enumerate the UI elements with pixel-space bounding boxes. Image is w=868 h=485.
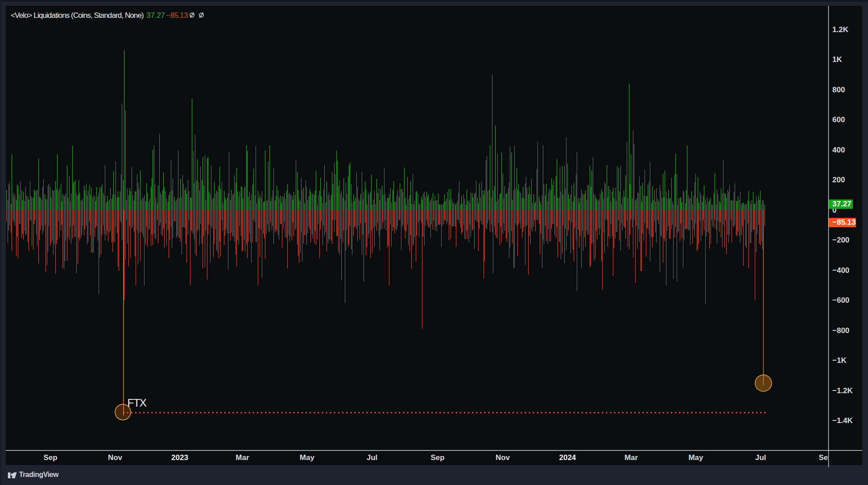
svg-text:200: 200: [832, 176, 845, 184]
svg-text:800: 800: [832, 86, 845, 94]
svg-text:−85.13: −85.13: [166, 11, 188, 19]
svg-text:2023: 2023: [171, 453, 188, 462]
svg-text:<Velo> Liquidations (Coins, St: <Velo> Liquidations (Coins, Standard, No…: [11, 11, 144, 20]
svg-text:May: May: [688, 453, 703, 462]
svg-text:Jul: Jul: [367, 453, 378, 462]
svg-text:TradingView: TradingView: [19, 471, 59, 478]
svg-text:2024: 2024: [559, 453, 576, 462]
svg-text:Nov: Nov: [496, 453, 510, 462]
svg-text:Mar: Mar: [624, 453, 638, 462]
svg-text:−1.4K: −1.4K: [832, 416, 853, 425]
svg-text:Nov: Nov: [108, 453, 123, 462]
svg-text:600: 600: [832, 115, 845, 124]
svg-text:−600: −600: [832, 296, 849, 304]
svg-text:−1K: −1K: [832, 356, 847, 365]
svg-text:400: 400: [832, 146, 845, 154]
svg-text:37.27: 37.27: [832, 200, 851, 208]
svg-text:Jul: Jul: [755, 453, 766, 462]
svg-text:1.2K: 1.2K: [832, 25, 849, 34]
svg-text:Sep: Sep: [43, 453, 57, 462]
svg-text:FTX: FTX: [128, 397, 147, 409]
svg-text:Sep: Sep: [430, 453, 444, 462]
svg-text:−400: −400: [832, 266, 849, 275]
svg-text:−800: −800: [832, 326, 849, 335]
svg-text:−1.2K: −1.2K: [832, 386, 853, 395]
svg-text:1K: 1K: [832, 55, 842, 64]
svg-text:−85.13: −85.13: [832, 218, 856, 226]
svg-text:May: May: [300, 453, 315, 462]
svg-text:Mar: Mar: [236, 453, 249, 462]
svg-text:37.27: 37.27: [147, 11, 165, 19]
svg-text:−200: −200: [832, 236, 849, 244]
